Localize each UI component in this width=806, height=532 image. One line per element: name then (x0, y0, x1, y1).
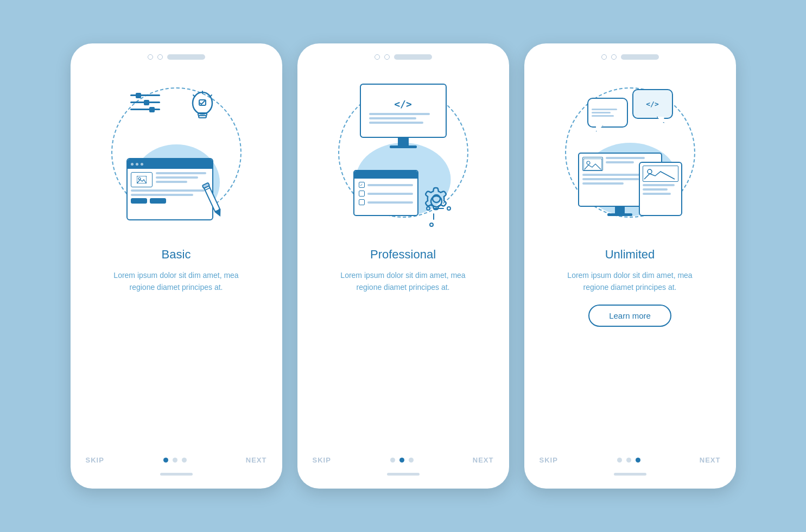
phone-professional: </> ✓ (297, 43, 509, 489)
ul-skip-button[interactable]: SKIP (540, 456, 558, 464)
small-monitor-header (354, 171, 417, 179)
web-dot (131, 163, 134, 166)
phone-top-bar-ul (524, 54, 736, 60)
checklist: ✓ (354, 179, 417, 211)
ul-content: Unlimited Lorem ipsum dolor sit dim amet… (544, 248, 716, 456)
phone-pill (621, 54, 659, 60)
nav-dot-3 (182, 458, 187, 463)
pro-skip-button[interactable]: SKIP (313, 456, 331, 464)
slider-track (130, 94, 160, 96)
basic-content: Basic Lorem ipsum dolor sit dim amet, me… (91, 248, 262, 456)
code-lines (369, 113, 437, 124)
nav-dot-1 (163, 458, 168, 463)
ul-next-button[interactable]: NEXT (700, 456, 721, 464)
code-line (369, 117, 416, 119)
pro-content: Professional Lorem ipsum dolor sit dim a… (318, 248, 489, 456)
ul-stand (615, 207, 625, 213)
nav-dot-1 (617, 458, 622, 463)
web-buttons (131, 198, 209, 204)
monitor-stand (398, 138, 409, 145)
web-dot (136, 163, 138, 166)
pro-description: Lorem ipsum dolor sit dim amet, mea regi… (333, 269, 474, 294)
checkbox (359, 191, 365, 197)
svg-rect-2 (199, 116, 206, 118)
ul-title: Unlimited (605, 248, 655, 262)
svg-rect-7 (137, 176, 147, 183)
code-tag-icon: </> (646, 100, 658, 108)
nav-dot-2 (626, 458, 631, 463)
sliders-icon (130, 94, 171, 124)
learn-more-button[interactable]: Learn more (588, 305, 671, 327)
monitor-base (390, 145, 417, 148)
phone-circle (375, 54, 380, 60)
phone-handle (387, 473, 420, 476)
slider-track (130, 102, 160, 103)
chat-bubble-2: </> (632, 89, 673, 119)
web-line (156, 172, 206, 174)
slider-thumb (136, 93, 141, 98)
check-item (359, 199, 413, 205)
ul-description: Lorem ipsum dolor sit dim amet, mea regi… (560, 269, 701, 294)
pro-nav: SKIP NEXT (297, 456, 509, 464)
phone-circle (384, 54, 390, 60)
nav-dot-1 (390, 458, 395, 463)
basic-next-button[interactable]: NEXT (246, 456, 267, 464)
ul-base (607, 213, 632, 216)
basic-description: Lorem ipsum dolor sit dim amet, mea regi… (106, 269, 247, 294)
phone-circle (148, 54, 153, 60)
basic-nav: SKIP NEXT (71, 456, 282, 464)
ul-nav: SKIP NEXT (524, 456, 736, 464)
code-tag: </> (394, 98, 412, 110)
phone-circle (601, 54, 607, 60)
ul-nav-dots (617, 458, 640, 463)
basic-title: Basic (162, 248, 191, 262)
basic-nav-dots (163, 458, 187, 463)
web-line (156, 181, 188, 183)
web-dot (141, 163, 143, 166)
web-line (131, 194, 193, 196)
checklist-monitor-icon: ✓ (353, 170, 418, 216)
pro-nav-dots (390, 458, 414, 463)
check-line (367, 184, 413, 186)
checkbox: ✓ (359, 182, 365, 188)
basic-illustration-area (100, 68, 252, 237)
check-line (367, 201, 413, 204)
phone-top-bar-pro (297, 54, 509, 60)
phone-circle (611, 54, 617, 60)
phone-unlimited: </> (524, 43, 736, 489)
chat-bubble-1 (587, 98, 628, 128)
phone-top-bar-basic (71, 54, 282, 60)
web-image-placeholder (131, 172, 153, 187)
tablet-icon (639, 162, 682, 216)
phone-handle (614, 473, 646, 476)
pro-title: Professional (370, 248, 436, 262)
pro-illustration-area: </> ✓ (327, 68, 479, 237)
ul-tablet-img (643, 166, 678, 182)
bulb-icon (186, 89, 219, 127)
svg-point-8 (138, 178, 141, 180)
check-line (367, 193, 413, 195)
check-item (359, 191, 413, 197)
monitor-icon: </> (360, 84, 447, 148)
svg-point-16 (587, 161, 590, 164)
phone-pill (167, 54, 205, 60)
pro-next-button[interactable]: NEXT (473, 456, 494, 464)
bubble-lines (588, 105, 627, 120)
checkbox (359, 199, 365, 205)
nav-dot-3 (409, 458, 414, 463)
web-btn (150, 198, 166, 204)
check-item: ✓ (359, 182, 413, 188)
circuit-dots (426, 206, 451, 227)
phone-pill (394, 54, 432, 60)
ul-img-placeholder (582, 157, 603, 171)
slider-track (130, 109, 160, 110)
basic-skip-button[interactable]: SKIP (86, 456, 104, 464)
web-line (156, 176, 198, 179)
code-line (369, 113, 430, 115)
phone-handle (160, 473, 193, 476)
nav-dot-3 (636, 458, 640, 463)
web-mockup-header (128, 159, 212, 169)
phone-basic: Basic Lorem ipsum dolor sit dim amet, me… (71, 43, 282, 489)
nav-dot-2 (173, 458, 177, 463)
svg-line-5 (193, 95, 195, 97)
